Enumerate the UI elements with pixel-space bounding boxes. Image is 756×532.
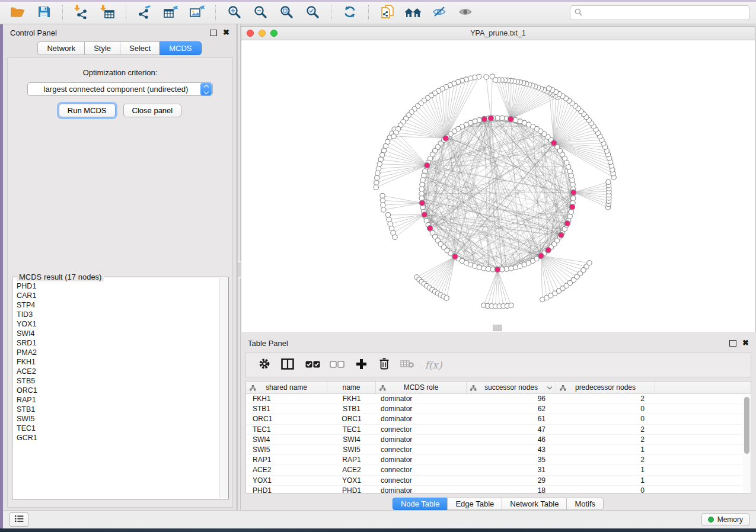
search-box[interactable] <box>570 5 750 20</box>
mcds-result-item[interactable]: YOX1 <box>17 319 220 329</box>
float-table-panel-icon[interactable] <box>729 340 736 347</box>
save-session-button[interactable] <box>32 4 56 23</box>
tab-motifs[interactable]: Motifs <box>566 498 604 510</box>
network-graph[interactable] <box>241 40 755 332</box>
node-dot[interactable] <box>500 116 505 120</box>
table-row[interactable]: SWI5SWI5connector431 <box>246 445 742 455</box>
column-pane-button[interactable] <box>275 355 301 374</box>
memory-button[interactable]: Memory <box>701 513 749 526</box>
mcds-node-dot[interactable] <box>538 253 544 258</box>
mcds-node-dot[interactable] <box>422 212 427 217</box>
first-neighbors-button[interactable] <box>401 4 425 23</box>
refresh-button[interactable] <box>338 4 362 23</box>
leaf-node-dot[interactable] <box>381 203 385 207</box>
mcds-result-item[interactable]: FKH1 <box>17 357 220 367</box>
table-row[interactable]: RAP1RAP1dominator352 <box>246 455 742 465</box>
mcds-node-dot[interactable] <box>488 116 493 121</box>
close-panel-button[interactable]: Close panel <box>123 104 182 117</box>
tab-network[interactable]: Network <box>37 41 85 55</box>
node-dot[interactable] <box>420 182 425 187</box>
table-row[interactable]: SWI4SWI4dominator462 <box>246 435 742 445</box>
node-dot[interactable] <box>495 116 500 120</box>
mcds-result-item[interactable]: TEC1 <box>17 424 220 433</box>
leaf-node-dot[interactable] <box>444 296 449 300</box>
task-history-button[interactable] <box>9 512 28 527</box>
mcds-result-item[interactable]: CAR1 <box>17 291 220 300</box>
table-row[interactable]: YOX1YOX1connector291 <box>246 476 742 486</box>
add-column-button[interactable] <box>349 355 373 374</box>
mcds-result-item[interactable]: TID3 <box>17 310 220 319</box>
column-header-name[interactable]: name <box>327 382 376 393</box>
leaf-node-dot[interactable] <box>380 198 385 203</box>
leaf-node-dot[interactable] <box>377 162 382 166</box>
select-all-button[interactable] <box>301 355 324 374</box>
node-dot[interactable] <box>570 178 575 182</box>
node-dot[interactable] <box>419 191 424 196</box>
mcds-result-item[interactable]: SRD1 <box>17 338 220 348</box>
table-row[interactable]: FKH1FKH1dominator962 <box>246 394 742 404</box>
leaf-node-dot[interactable] <box>380 193 385 198</box>
search-input[interactable] <box>585 8 745 18</box>
mcds-node-dot[interactable] <box>419 200 425 206</box>
node-dot[interactable] <box>504 267 509 271</box>
mcds-node-dot[interactable] <box>564 220 570 226</box>
leaf-node-dot[interactable] <box>374 180 379 185</box>
mcds-result-item[interactable]: ACE2 <box>17 367 220 376</box>
show-all-button[interactable] <box>454 4 477 23</box>
float-panel-icon[interactable] <box>210 30 217 36</box>
node-dot[interactable] <box>513 118 518 123</box>
mcds-node-dot[interactable] <box>495 267 500 272</box>
tab-style[interactable]: Style <box>84 41 120 55</box>
delete-column-button[interactable] <box>395 355 419 374</box>
mcds-result-item[interactable]: STB5 <box>17 376 220 386</box>
node-dot[interactable] <box>569 209 573 214</box>
node-dot[interactable] <box>419 187 424 191</box>
network-hscroll-thumb[interactable] <box>493 325 502 331</box>
node-dot[interactable] <box>422 173 426 178</box>
node-dot[interactable] <box>420 178 425 182</box>
table-row[interactable]: PHD1PHD1dominator180 <box>246 486 742 493</box>
mcds-result-item[interactable]: PHD1 <box>17 281 220 291</box>
import-network-button[interactable] <box>69 4 93 23</box>
mcds-node-dot[interactable] <box>508 116 513 121</box>
tab-edge-table[interactable]: Edge Table <box>447 498 502 510</box>
result-scrollbar[interactable] <box>219 278 228 498</box>
leaf-node-dot[interactable] <box>484 75 489 79</box>
mcds-result-item[interactable]: STP4 <box>17 300 220 310</box>
leaf-node-dot[interactable] <box>391 134 396 139</box>
leaf-node-dot[interactable] <box>509 303 513 307</box>
function-builder-button[interactable]: f(x) <box>419 355 448 374</box>
table-row[interactable]: ORC1ORC1dominator610 <box>246 414 742 424</box>
table-row[interactable]: STB1STB1dominator620 <box>246 404 742 414</box>
tab-mcds[interactable]: MCDS <box>160 41 201 55</box>
mcds-result-item[interactable]: RAP1 <box>17 395 220 405</box>
mcds-node-dot[interactable] <box>551 140 557 146</box>
import-table-button[interactable] <box>95 4 119 23</box>
run-mcds-button[interactable]: Run MCDS <box>59 104 116 117</box>
mcds-node-dot[interactable] <box>452 254 458 259</box>
tab-node-table[interactable]: Node Table <box>393 498 448 510</box>
gear-button[interactable] <box>254 355 275 374</box>
delete-button[interactable] <box>373 355 395 374</box>
duplicate-network-button[interactable] <box>375 4 399 23</box>
mcds-result-item[interactable]: ORC1 <box>17 386 220 395</box>
column-header-predecessor-nodes[interactable]: predecessor nodes <box>556 382 655 393</box>
close-panel-icon[interactable]: ✖ <box>223 30 229 36</box>
mcds-node-dot[interactable] <box>443 136 448 141</box>
deselect-all-button[interactable] <box>324 355 349 374</box>
leaf-node-dot[interactable] <box>374 185 378 190</box>
leaf-node-dot[interactable] <box>587 261 592 265</box>
hide-selected-button[interactable] <box>428 4 451 23</box>
mcds-node-dot[interactable] <box>559 232 564 238</box>
mcds-result-item[interactable]: STB1 <box>17 405 220 414</box>
node-dot[interactable] <box>481 266 486 271</box>
mcds-result-item[interactable]: PMA2 <box>17 348 220 357</box>
tab-network-table[interactable]: Network Table <box>502 498 567 510</box>
export-network-button[interactable] <box>133 4 157 23</box>
mcds-node-dot[interactable] <box>570 190 576 195</box>
network-window-titlebar[interactable]: YPA_prune.txt_1 <box>241 27 755 40</box>
table-row[interactable]: TEC1TEC1connector472 <box>246 425 742 435</box>
leaf-node-dot[interactable] <box>393 235 397 239</box>
node-dot[interactable] <box>477 265 481 270</box>
tab-select[interactable]: Select <box>120 41 160 55</box>
